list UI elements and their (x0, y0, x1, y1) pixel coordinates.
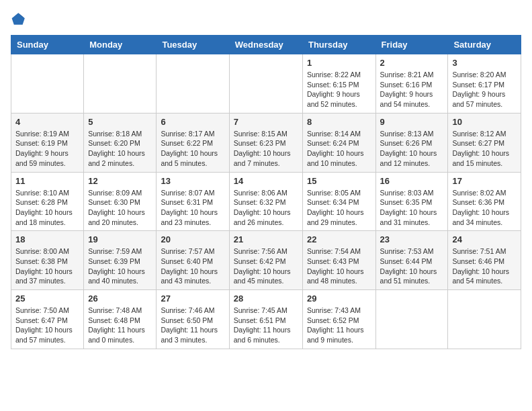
day-number: 11 (15, 176, 79, 186)
day-info: Sunrise: 7:59 AM Sunset: 6:39 PM Dayligh… (88, 246, 152, 286)
calendar-cell: 7Sunrise: 8:15 AM Sunset: 6:23 PM Daylig… (229, 113, 302, 172)
day-info: Sunrise: 7:57 AM Sunset: 6:40 PM Dayligh… (161, 246, 224, 286)
day-number: 24 (452, 234, 517, 244)
calendar-week-row: 1Sunrise: 8:22 AM Sunset: 6:15 PM Daylig… (11, 54, 521, 113)
day-number: 28 (234, 293, 298, 304)
calendar-cell: 15Sunrise: 8:05 AM Sunset: 6:34 PM Dayli… (302, 172, 375, 231)
calendar-cell: 9Sunrise: 8:13 AM Sunset: 6:26 PM Daylig… (375, 113, 448, 172)
calendar-cell: 23Sunrise: 7:53 AM Sunset: 6:44 PM Dayli… (375, 231, 448, 290)
weekday-header-cell: Sunday (11, 36, 84, 54)
calendar-week-row: 18Sunrise: 8:00 AM Sunset: 6:38 PM Dayli… (11, 231, 521, 290)
day-info: Sunrise: 8:05 AM Sunset: 6:34 PM Dayligh… (307, 188, 371, 228)
weekday-header-cell: Thursday (302, 36, 375, 54)
day-number: 4 (15, 117, 79, 127)
day-number: 22 (307, 234, 371, 244)
calendar-cell: 25Sunrise: 7:50 AM Sunset: 6:47 PM Dayli… (11, 290, 84, 349)
day-info: Sunrise: 7:46 AM Sunset: 6:50 PM Dayligh… (161, 306, 224, 345)
day-number: 16 (380, 176, 444, 186)
day-info: Sunrise: 8:20 AM Sunset: 6:17 PM Dayligh… (452, 70, 517, 109)
day-info: Sunrise: 7:48 AM Sunset: 6:48 PM Dayligh… (88, 306, 152, 345)
calendar-cell: 24Sunrise: 7:51 AM Sunset: 6:46 PM Dayli… (448, 231, 521, 290)
day-number: 13 (161, 176, 224, 186)
calendar-cell (84, 54, 157, 113)
day-number: 21 (234, 234, 298, 244)
day-number: 6 (161, 117, 224, 127)
day-info: Sunrise: 8:06 AM Sunset: 6:32 PM Dayligh… (234, 188, 298, 228)
logo-icon (11, 11, 27, 27)
calendar-cell (11, 54, 84, 113)
day-number: 17 (452, 176, 517, 186)
day-number: 7 (234, 117, 298, 127)
day-number: 15 (307, 176, 371, 186)
calendar-cell: 22Sunrise: 7:54 AM Sunset: 6:43 PM Dayli… (302, 231, 375, 290)
calendar-cell: 20Sunrise: 7:57 AM Sunset: 6:40 PM Dayli… (157, 231, 229, 290)
day-number: 26 (88, 293, 152, 304)
day-info: Sunrise: 8:09 AM Sunset: 6:30 PM Dayligh… (88, 188, 152, 228)
day-number: 2 (380, 58, 444, 68)
calendar-cell: 28Sunrise: 7:45 AM Sunset: 6:51 PM Dayli… (229, 290, 302, 349)
day-info: Sunrise: 8:02 AM Sunset: 6:36 PM Dayligh… (452, 188, 517, 228)
page-header (11, 11, 521, 27)
day-info: Sunrise: 7:54 AM Sunset: 6:43 PM Dayligh… (307, 246, 371, 286)
day-info: Sunrise: 8:12 AM Sunset: 6:27 PM Dayligh… (452, 129, 517, 169)
calendar-cell: 4Sunrise: 8:19 AM Sunset: 6:19 PM Daylig… (11, 113, 84, 172)
day-info: Sunrise: 7:50 AM Sunset: 6:47 PM Dayligh… (15, 306, 79, 345)
day-info: Sunrise: 8:17 AM Sunset: 6:22 PM Dayligh… (161, 129, 224, 169)
day-number: 12 (88, 176, 152, 186)
day-info: Sunrise: 8:19 AM Sunset: 6:19 PM Dayligh… (15, 129, 79, 169)
calendar-cell: 17Sunrise: 8:02 AM Sunset: 6:36 PM Dayli… (448, 172, 521, 231)
calendar-cell: 14Sunrise: 8:06 AM Sunset: 6:32 PM Dayli… (229, 172, 302, 231)
day-info: Sunrise: 7:53 AM Sunset: 6:44 PM Dayligh… (380, 246, 444, 286)
calendar-cell: 10Sunrise: 8:12 AM Sunset: 6:27 PM Dayli… (448, 113, 521, 172)
calendar-cell: 26Sunrise: 7:48 AM Sunset: 6:48 PM Dayli… (84, 290, 157, 349)
calendar-cell: 6Sunrise: 8:17 AM Sunset: 6:22 PM Daylig… (157, 113, 229, 172)
calendar-body: 1Sunrise: 8:22 AM Sunset: 6:15 PM Daylig… (11, 54, 521, 349)
calendar-cell: 5Sunrise: 8:18 AM Sunset: 6:20 PM Daylig… (84, 113, 157, 172)
calendar-cell: 1Sunrise: 8:22 AM Sunset: 6:15 PM Daylig… (302, 54, 375, 113)
calendar-cell: 3Sunrise: 8:20 AM Sunset: 6:17 PM Daylig… (448, 54, 521, 113)
day-info: Sunrise: 7:45 AM Sunset: 6:51 PM Dayligh… (234, 306, 298, 345)
calendar-cell: 18Sunrise: 8:00 AM Sunset: 6:38 PM Dayli… (11, 231, 84, 290)
day-number: 27 (161, 293, 224, 304)
day-number: 14 (234, 176, 298, 186)
weekday-header-row: SundayMondayTuesdayWednesdayThursdayFrid… (11, 36, 521, 54)
day-info: Sunrise: 8:10 AM Sunset: 6:28 PM Dayligh… (15, 188, 79, 228)
day-info: Sunrise: 8:00 AM Sunset: 6:38 PM Dayligh… (15, 246, 79, 286)
weekday-header-cell: Wednesday (229, 36, 302, 54)
day-number: 5 (88, 117, 152, 127)
calendar-cell: 29Sunrise: 7:43 AM Sunset: 6:52 PM Dayli… (302, 290, 375, 349)
calendar-week-row: 11Sunrise: 8:10 AM Sunset: 6:28 PM Dayli… (11, 172, 521, 231)
calendar-cell: 21Sunrise: 7:56 AM Sunset: 6:42 PM Dayli… (229, 231, 302, 290)
calendar-cell: 12Sunrise: 8:09 AM Sunset: 6:30 PM Dayli… (84, 172, 157, 231)
day-info: Sunrise: 7:43 AM Sunset: 6:52 PM Dayligh… (307, 306, 371, 345)
svg-marker-0 (12, 13, 25, 25)
day-info: Sunrise: 7:56 AM Sunset: 6:42 PM Dayligh… (234, 246, 298, 286)
day-info: Sunrise: 8:07 AM Sunset: 6:31 PM Dayligh… (161, 188, 224, 228)
day-info: Sunrise: 8:03 AM Sunset: 6:35 PM Dayligh… (380, 188, 444, 228)
calendar-cell (448, 290, 521, 349)
calendar-cell: 16Sunrise: 8:03 AM Sunset: 6:35 PM Dayli… (375, 172, 448, 231)
calendar-cell (375, 290, 448, 349)
calendar-table: SundayMondayTuesdayWednesdayThursdayFrid… (11, 35, 521, 349)
day-info: Sunrise: 7:51 AM Sunset: 6:46 PM Dayligh… (452, 246, 517, 286)
calendar-cell (157, 54, 229, 113)
calendar-cell: 27Sunrise: 7:46 AM Sunset: 6:50 PM Dayli… (157, 290, 229, 349)
calendar-cell: 13Sunrise: 8:07 AM Sunset: 6:31 PM Dayli… (157, 172, 229, 231)
day-number: 9 (380, 117, 444, 127)
calendar-cell (229, 54, 302, 113)
day-info: Sunrise: 8:15 AM Sunset: 6:23 PM Dayligh… (234, 129, 298, 169)
day-number: 10 (452, 117, 517, 127)
calendar-cell: 2Sunrise: 8:21 AM Sunset: 6:16 PM Daylig… (375, 54, 448, 113)
weekday-header-cell: Friday (375, 36, 448, 54)
calendar-cell: 19Sunrise: 7:59 AM Sunset: 6:39 PM Dayli… (84, 231, 157, 290)
weekday-header-cell: Monday (84, 36, 157, 54)
weekday-header-cell: Saturday (448, 36, 521, 54)
day-number: 8 (307, 117, 371, 127)
day-info: Sunrise: 8:21 AM Sunset: 6:16 PM Dayligh… (380, 70, 444, 109)
day-number: 19 (88, 234, 152, 244)
day-info: Sunrise: 8:22 AM Sunset: 6:15 PM Dayligh… (307, 70, 371, 109)
calendar-week-row: 4Sunrise: 8:19 AM Sunset: 6:19 PM Daylig… (11, 113, 521, 172)
day-info: Sunrise: 8:13 AM Sunset: 6:26 PM Dayligh… (380, 129, 444, 169)
day-number: 20 (161, 234, 224, 244)
day-number: 1 (307, 58, 371, 68)
